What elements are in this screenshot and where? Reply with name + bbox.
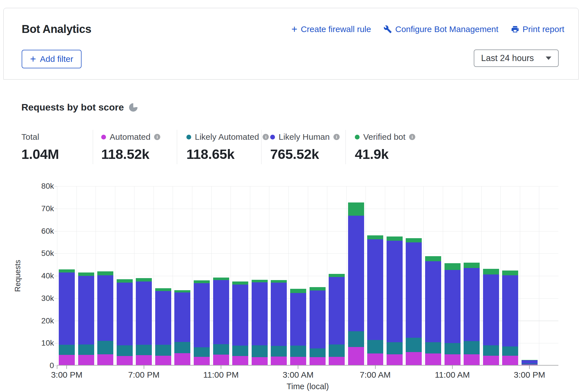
- stat-total-value: 1.04M: [21, 146, 59, 162]
- bar-segment-likely-human: [213, 280, 229, 344]
- chevron-down-icon: [546, 57, 551, 60]
- header-actions: + Create firewall rule Configure Bot Man…: [292, 24, 564, 34]
- bar-segment-verified-bot: [290, 289, 306, 293]
- create-firewall-rule-link[interactable]: + Create firewall rule: [292, 24, 371, 34]
- plus-icon: +: [292, 25, 297, 33]
- bar-segment-verified-bot: [213, 278, 229, 280]
- bar-segment-automated: [367, 353, 383, 365]
- stacked-bar: [483, 269, 499, 365]
- bar-segment-likely-human: [194, 283, 210, 347]
- bar-segment-automated: [213, 355, 229, 365]
- bar-segment-likely-automated: [174, 342, 190, 353]
- stacked-bar: [78, 272, 94, 365]
- bar-segment-likely-automated: [213, 344, 229, 355]
- stacked-bar: [310, 287, 326, 365]
- section-heading-label: Requests by bot score: [21, 102, 124, 113]
- y-tick-mark: [54, 231, 57, 231]
- stat-automated: Automated i 118.52k: [101, 132, 160, 162]
- bar-segment-likely-human: [483, 274, 499, 345]
- bar-segment-likely-automated: [464, 341, 480, 354]
- bar-segment-likely-automated: [232, 346, 248, 356]
- x-tick-mark: [66, 366, 67, 369]
- create-firewall-rule-label: Create firewall rule: [301, 24, 371, 34]
- bar-segment-verified-bot: [348, 202, 364, 216]
- y-tick-mark: [54, 253, 57, 254]
- stat-divider: [177, 130, 177, 164]
- stat-divider: [346, 130, 346, 164]
- time-range-select[interactable]: Last 24 hours: [474, 49, 559, 67]
- bar-slot-1-00-PM: [481, 186, 501, 365]
- bar-segment-automated: [59, 355, 75, 365]
- bar-segment-automated: [387, 354, 403, 365]
- stat-total: Total 1.04M: [21, 132, 59, 162]
- verified-bot-legend-dot: [355, 135, 360, 139]
- y-tick-mark: [54, 343, 57, 343]
- bar-segment-likely-automated: [97, 341, 113, 354]
- y-tick-mark: [54, 186, 57, 186]
- add-filter-label: Add filter: [40, 54, 73, 64]
- info-icon[interactable]: i: [263, 134, 269, 140]
- configure-bot-management-link[interactable]: Configure Bot Management: [384, 24, 498, 34]
- bar-segment-likely-automated: [194, 347, 210, 357]
- bar-segment-automated: [155, 356, 171, 365]
- bar-segment-automated: [232, 356, 248, 365]
- wrench-icon: [384, 25, 392, 33]
- stacked-bar: [387, 236, 403, 365]
- stat-total-label: Total: [21, 132, 39, 142]
- bar-segment-likely-human: [329, 277, 345, 344]
- bar-segment-likely-human: [252, 282, 268, 345]
- bar-segment-automated: [174, 353, 190, 365]
- likely-human-legend-dot: [270, 135, 275, 139]
- bar-slot-4-00-AM: [308, 186, 327, 365]
- bar-segment-likely-automated: [425, 342, 441, 354]
- info-icon[interactable]: i: [409, 134, 415, 140]
- bar-segment-automated: [425, 353, 441, 365]
- bar-segment-likely-automated: [367, 340, 383, 354]
- info-icon[interactable]: i: [154, 134, 160, 140]
- x-axis-origin-tick: [57, 366, 57, 369]
- stacked-bar: [213, 278, 229, 365]
- add-filter-button[interactable]: + Add filter: [22, 50, 82, 68]
- y-tick-mark: [54, 321, 57, 321]
- print-report-link[interactable]: Print report: [511, 24, 564, 34]
- bar-slot-8-00-AM: [385, 186, 404, 365]
- bar-segment-verified-bot: [502, 271, 518, 276]
- x-tick-label: 3:00 PM: [501, 370, 558, 380]
- pie-chart-icon: [129, 103, 137, 112]
- bar-segment-verified-bot: [194, 280, 210, 283]
- print-report-label: Print report: [523, 24, 564, 34]
- stacked-bar: [117, 279, 133, 365]
- bar-segment-verified-bot: [117, 279, 133, 283]
- bar-segment-likely-human: [78, 276, 94, 344]
- bar-segment-automated: [522, 364, 538, 365]
- y-tick-label: 40k: [34, 272, 54, 280]
- y-tick-label: 0: [34, 361, 54, 370]
- bar-slot-8-00-PM: [154, 186, 173, 365]
- bar-slot-1-00-AM: [250, 186, 269, 365]
- bar-segment-verified-bot: [367, 235, 383, 239]
- bar-segment-likely-automated: [155, 345, 171, 355]
- bar-segment-verified-bot: [136, 278, 152, 281]
- page-title: Bot Analytics: [22, 23, 91, 35]
- configure-bot-management-label: Configure Bot Management: [395, 24, 498, 34]
- y-tick-mark: [54, 298, 57, 299]
- info-icon[interactable]: i: [333, 134, 340, 140]
- bar-segment-likely-human: [174, 292, 190, 342]
- bar-segment-automated: [290, 357, 306, 365]
- bar-slot-9-00-PM: [173, 186, 192, 365]
- stacked-bar: [232, 281, 248, 365]
- bar-slot-7-00-PM: [134, 186, 154, 365]
- bar-segment-likely-automated: [78, 344, 94, 355]
- stacked-bar: [174, 290, 190, 365]
- bar-slot-3-00-PM: [57, 186, 76, 365]
- x-tick-mark: [375, 366, 376, 369]
- bar-segment-likely-automated: [329, 344, 345, 357]
- bar-segment-verified-bot: [252, 280, 268, 282]
- bar-segment-verified-bot: [483, 269, 499, 274]
- stat-verified-bot-label: Verified bot: [363, 132, 405, 142]
- bar-slot-5-00-PM: [96, 186, 115, 365]
- stat-likely-automated-label: Likely Automated: [195, 132, 259, 142]
- bar-segment-likely-human: [445, 270, 461, 343]
- x-tick-mark: [144, 366, 144, 369]
- stacked-bar: [271, 280, 287, 365]
